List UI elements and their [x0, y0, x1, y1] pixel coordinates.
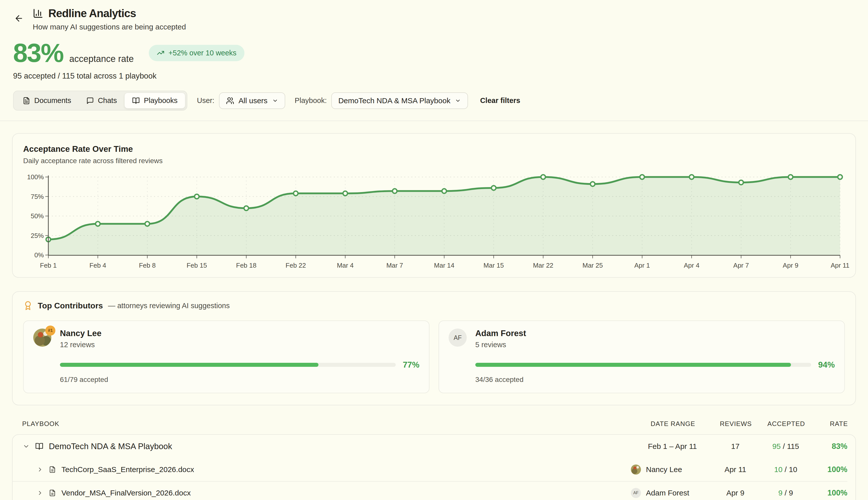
svg-text:Feb 1: Feb 1	[40, 262, 57, 269]
page-header: Redline Analytics How many AI suggestion…	[0, 0, 868, 31]
svg-text:Feb 4: Feb 4	[89, 262, 106, 269]
tab-label: Chats	[98, 96, 117, 105]
acceptance-rate-label: acceptance rate	[69, 54, 134, 64]
svg-text:Apr 11: Apr 11	[831, 262, 849, 269]
scope-segmented-control: DocumentsChatsPlaybooks	[13, 91, 187, 111]
user-dropdown-value: All users	[239, 96, 267, 105]
playbook-group-row[interactable]: DemoTech NDA & MSA Playbook Feb 1 – Apr …	[13, 435, 847, 458]
chevron-right-icon	[37, 490, 43, 496]
review-date: Apr 9	[714, 489, 757, 497]
svg-text:Mar 15: Mar 15	[483, 262, 504, 269]
top-contributors-card: Top Contributors — attorneys reviewing A…	[12, 291, 856, 405]
page-subtitle: How many AI suggestions are being accept…	[33, 23, 186, 31]
reviewer-name: Nancy Lee	[646, 465, 682, 474]
redline-analytics-page: Redline Analytics How many AI suggestion…	[0, 0, 868, 500]
acceptance-stats: 83% acceptance rate +52% over 10 weeks 9…	[13, 40, 868, 81]
trend-badge-label: +52% over 10 weeks	[168, 49, 236, 57]
accepted-count: 61/79 accepted	[60, 376, 419, 384]
user-dropdown[interactable]: All users	[219, 92, 285, 109]
acceptance-progress-bar	[60, 363, 396, 367]
tab-chats[interactable]: Chats	[79, 93, 125, 109]
svg-text:Mar 22: Mar 22	[533, 262, 553, 269]
playbook-reviews: 17	[714, 442, 757, 451]
tab-playbooks[interactable]: Playbooks	[124, 93, 185, 109]
acceptance-percentage: 77%	[403, 360, 419, 370]
acceptance-rate-line-chart: 0%25%50%75%100%Feb 1Feb 4Feb 8Feb 15Feb …	[23, 172, 845, 271]
svg-text:Mar 25: Mar 25	[583, 262, 603, 269]
contributor-name: Nancy Lee	[60, 329, 101, 338]
chart-title: Acceptance Rate Over Time	[23, 144, 845, 154]
document-row[interactable]: Vendor_MSA_FinalVersion_2026.docxAFAdam …	[13, 481, 847, 500]
tab-label: Documents	[34, 96, 71, 105]
svg-text:100%: 100%	[27, 173, 44, 181]
avatar: #1	[33, 329, 52, 347]
header-divider	[0, 121, 868, 121]
award-icon	[23, 301, 33, 310]
reviewer-cell: Nancy Lee	[631, 465, 714, 475]
review-date: Apr 11	[714, 465, 757, 474]
acceptance-chart-card: Acceptance Rate Over Time Daily acceptan…	[12, 133, 856, 278]
contributors-subtitle: — attorneys reviewing AI suggestions	[108, 302, 230, 310]
table-header-row: PLAYBOOK DATE RANGE REVIEWS ACCEPTED RAT…	[12, 420, 856, 428]
column-header-date-range: DATE RANGE	[631, 420, 715, 428]
column-header-playbook: PLAYBOOK	[22, 420, 631, 428]
document-row[interactable]: TechCorp_SaaS_Enterprise_2026.docxNancy …	[13, 458, 847, 481]
playbook-accepted: 95 / 115	[757, 442, 815, 451]
book-open-icon	[35, 442, 43, 451]
contributor-review-count: 12 reviews	[60, 341, 101, 349]
file-text-icon	[49, 489, 56, 497]
chevron-right-icon	[37, 466, 43, 473]
svg-text:Feb 22: Feb 22	[285, 262, 306, 269]
bar-chart-icon	[33, 8, 43, 19]
filter-bar: DocumentsChatsPlaybooks User: All users …	[13, 91, 856, 111]
line-chart-svg: 0%25%50%75%100%Feb 1Feb 4Feb 8Feb 15Feb …	[23, 172, 847, 271]
accepted-cell: 9 / 9	[757, 489, 815, 497]
contributors-grid: #1Nancy Lee12 reviews77%61/79 acceptedAF…	[23, 320, 845, 393]
svg-text:Feb 8: Feb 8	[139, 262, 156, 269]
document-filename: TechCorp_SaaS_Enterprise_2026.docx	[61, 465, 194, 474]
playbook-date-range: Feb 1 – Apr 11	[631, 442, 714, 451]
page-title: Redline Analytics	[48, 7, 136, 20]
svg-text:75%: 75%	[31, 193, 44, 201]
playbook-dropdown[interactable]: DemoTech NDA & MSA Playbook	[331, 92, 468, 109]
trend-badge: +52% over 10 weeks	[149, 45, 244, 61]
reviewer-avatar	[631, 465, 641, 475]
reviewer-avatar: AF	[631, 488, 641, 498]
book-open-icon	[132, 97, 140, 104]
clear-filters-button[interactable]: Clear filters	[480, 96, 520, 105]
playbook-table-section: PLAYBOOK DATE RANGE REVIEWS ACCEPTED RAT…	[0, 420, 868, 500]
svg-text:Feb 15: Feb 15	[186, 262, 207, 269]
accepted-cell: 10 / 10	[757, 465, 815, 474]
playbook-rate: 83%	[815, 442, 847, 451]
chevron-down-icon	[23, 443, 30, 450]
column-header-rate: RATE	[815, 420, 848, 428]
stats-summary: 95 accepted / 115 total across 1 playboo…	[13, 71, 868, 81]
trending-up-icon	[157, 49, 164, 57]
rate-cell: 100%	[815, 465, 847, 474]
tab-label: Playbooks	[144, 96, 178, 105]
chevron-down-icon	[455, 98, 461, 104]
tab-documents[interactable]: Documents	[15, 93, 79, 109]
contributor-review-count: 5 reviews	[475, 341, 526, 349]
svg-text:25%: 25%	[31, 232, 44, 239]
playbook-table: DemoTech NDA & MSA Playbook Feb 1 – Apr …	[12, 434, 856, 500]
rank-badge: #1	[45, 326, 55, 336]
arrow-left-icon	[14, 14, 24, 23]
back-button[interactable]	[14, 7, 29, 31]
user-filter-label: User:	[197, 96, 214, 105]
file-text-icon	[23, 97, 30, 104]
playbook-name: DemoTech NDA & MSA Playbook	[49, 442, 172, 451]
acceptance-progress-fill	[60, 363, 318, 367]
reviewer-cell: AFAdam Forest	[631, 488, 714, 498]
reviewer-name: Adam Forest	[646, 489, 689, 497]
svg-text:Apr 4: Apr 4	[684, 262, 699, 269]
svg-text:Apr 9: Apr 9	[783, 262, 798, 269]
svg-text:Mar 14: Mar 14	[434, 262, 454, 269]
svg-text:Mar 4: Mar 4	[337, 262, 353, 269]
acceptance-progress-bar	[475, 363, 811, 367]
message-square-icon	[86, 97, 94, 104]
svg-text:Apr 7: Apr 7	[733, 262, 749, 269]
document-filename: Vendor_MSA_FinalVersion_2026.docx	[61, 489, 191, 497]
column-header-reviews: REVIEWS	[715, 420, 757, 428]
svg-text:50%: 50%	[31, 212, 44, 220]
